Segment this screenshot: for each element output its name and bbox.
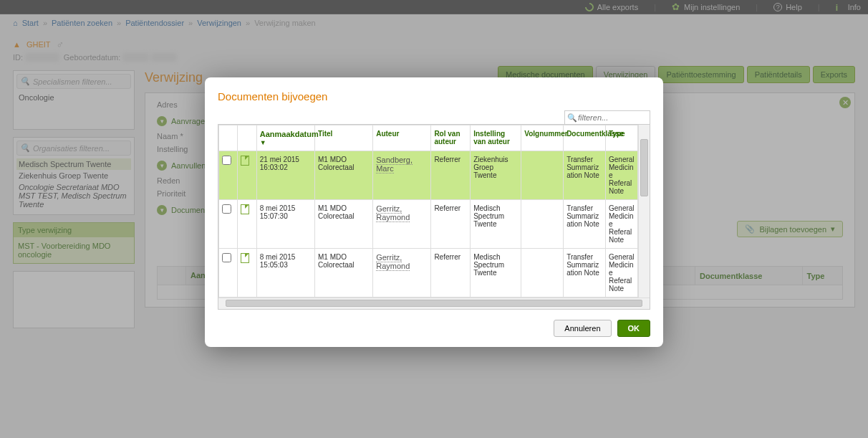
attach-documents-modal: Documenten bijvoegen 🔍 Aanmaakdatum ▼ Ti… [205, 77, 663, 347]
row-author[interactable]: Sandberg, Marc [373, 151, 431, 200]
row-seq [521, 200, 564, 249]
row-title: M1 MDO Colorectaal [314, 200, 372, 249]
row-role: Referrer [431, 151, 471, 200]
col-created[interactable]: Aanmaakdatum ▼ [256, 125, 314, 151]
col-class[interactable]: Documentklasse [564, 125, 606, 151]
table-row[interactable]: 8 mei 2015 15:07:30M1 MDO ColorectaalGer… [219, 200, 650, 249]
row-checkbox[interactable] [219, 151, 238, 200]
row-class: Transfer Summarization Note [564, 200, 606, 249]
col-icon [238, 125, 256, 151]
row-date: 8 mei 2015 15:05:03 [256, 249, 314, 297]
col-role[interactable]: Rol van auteur [431, 125, 471, 151]
col-author[interactable]: Auteur [373, 125, 431, 151]
row-type: General Medicine Referal Note [606, 200, 638, 249]
row-author[interactable]: Gerritz, Raymond [373, 200, 431, 249]
row-seq [521, 151, 564, 200]
col-title[interactable]: Titel [314, 125, 372, 151]
document-icon [238, 249, 256, 297]
row-title: M1 MDO Colorectaal [314, 151, 372, 200]
table-row[interactable]: 21 mei 2015 16:03:02M1 MDO ColorectaalSa… [219, 151, 650, 200]
document-icon [238, 151, 256, 200]
row-title: M1 MDO Colorectaal [314, 249, 372, 297]
col-inst[interactable]: Instelling van auteur [471, 125, 521, 151]
row-role: Referrer [431, 249, 471, 297]
row-date: 8 mei 2015 15:07:30 [256, 200, 314, 249]
sort-desc-icon: ▼ [260, 139, 266, 146]
row-inst: Medisch Spectrum Twente [471, 249, 521, 297]
document-icon [238, 200, 256, 249]
scroll-thumb[interactable] [640, 139, 648, 196]
row-class: Transfer Summarization Note [564, 249, 606, 297]
row-seq [521, 249, 564, 297]
scroll-thumb[interactable] [226, 300, 642, 307]
col-seq[interactable]: Volgnummer [521, 125, 564, 151]
col-type[interactable]: Type [606, 125, 638, 151]
row-author[interactable]: Gerritz, Raymond [373, 249, 431, 297]
col-checkbox [219, 125, 238, 151]
modal-title: Documenten bijvoegen [218, 90, 650, 103]
row-type: General Medicine Referal Note [606, 249, 638, 297]
row-checkbox[interactable] [219, 249, 238, 297]
modal-filter: 🔍 [564, 110, 650, 125]
row-inst: Medisch Spectrum Twente [471, 200, 521, 249]
row-class: Transfer Summarization Note [564, 151, 606, 200]
modal-table: Aanmaakdatum ▼ Titel Auteur Rol van aute… [218, 125, 650, 297]
horizontal-scrollbar[interactable] [218, 297, 650, 309]
row-role: Referrer [431, 200, 471, 249]
ok-button[interactable]: OK [617, 320, 651, 337]
filter-input[interactable] [564, 110, 650, 125]
row-date: 21 mei 2015 16:03:02 [256, 151, 314, 200]
cancel-button[interactable]: Annuleren [554, 320, 611, 337]
table-row[interactable]: 8 mei 2015 15:05:03M1 MDO ColorectaalGer… [219, 249, 650, 297]
row-type: General Medicine Referal Note [606, 151, 638, 200]
row-inst: Ziekenhuis Groep Twente [471, 151, 521, 200]
vertical-scrollbar[interactable] [638, 125, 650, 297]
search-icon: 🔍 [567, 113, 577, 123]
row-checkbox[interactable] [219, 200, 238, 249]
